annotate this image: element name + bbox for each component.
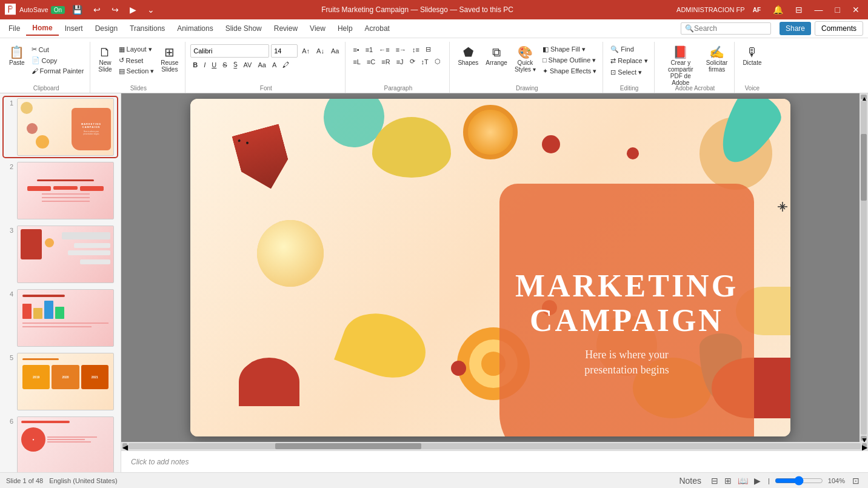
tab-review[interactable]: Review [268, 22, 304, 35]
undo-button[interactable]: ↩ [90, 4, 104, 16]
copy-button[interactable]: 📄 Copy [29, 55, 87, 65]
vertical-scrollbar[interactable]: ▲ ▼ [860, 93, 868, 442]
find-button[interactable]: 🔍 Find [608, 44, 636, 55]
italic-button[interactable]: I [201, 60, 208, 70]
paste-button[interactable]: 📋 Paste [6, 44, 28, 68]
clear-format-button[interactable]: Aa [329, 46, 341, 56]
reset-button[interactable]: ↺ Reset [116, 55, 157, 65]
align-center-button[interactable]: ≡C [364, 56, 378, 67]
new-slide-button[interactable]: 🗋 NewSlide [95, 44, 115, 75]
user-avatar[interactable]: AF [750, 2, 764, 17]
zoom-slider[interactable] [775, 476, 823, 486]
tab-file[interactable]: File [2, 22, 26, 35]
customize-quick-access[interactable]: ⌄ [144, 4, 158, 16]
shadow-button[interactable]: S̲ [231, 59, 240, 70]
notification-button[interactable]: 🔔 [769, 4, 787, 16]
tab-acrobat[interactable]: Acrobat [359, 22, 396, 35]
tab-design[interactable]: Design [89, 22, 124, 35]
minimize-button[interactable]: — [811, 4, 827, 16]
tab-insert[interactable]: Insert [59, 22, 89, 35]
arrange-button[interactable]: ⧉ Arrange [482, 44, 510, 68]
maximize-button[interactable]: □ [832, 4, 844, 16]
tab-animations[interactable]: Animations [171, 22, 219, 35]
decrease-indent-button[interactable]: ←≡ [376, 44, 392, 55]
slide-thumbnail-2[interactable]: 2 [4, 161, 117, 221]
font-name-input[interactable] [190, 44, 269, 58]
line-spacing-button[interactable]: ↕≡ [410, 44, 422, 55]
format-painter-button[interactable]: 🖌 Format Painter [29, 66, 87, 76]
slide-thumbnail-4[interactable]: 4 [4, 288, 117, 348]
align-right-button[interactable]: ≡R [379, 56, 392, 67]
search-box[interactable]: 🔍 [681, 22, 771, 35]
bullets-button[interactable]: ≡• [350, 44, 361, 55]
font-color-button[interactable]: A [270, 60, 279, 70]
hscroll-right-arrow[interactable]: ▶ [862, 443, 867, 449]
tab-help[interactable]: Help [332, 22, 359, 35]
tab-slideshow[interactable]: Slide Show [219, 22, 268, 35]
canvas-scroll[interactable]: MARKETING CAMPAIGN Here is where yourpre… [121, 93, 860, 442]
change-case-button[interactable]: Aa [255, 60, 268, 70]
hscroll-left-arrow[interactable]: ◀ [122, 443, 127, 449]
slide-thumbnail-3[interactable]: 3 [4, 224, 117, 284]
comments-button[interactable]: Comments [815, 21, 863, 36]
font-size-input[interactable] [271, 44, 298, 58]
shape-fill-button[interactable]: ◧ Shape Fill ▾ [540, 44, 599, 55]
hscroll-track[interactable] [129, 443, 861, 449]
columns-button[interactable]: ⊟ [423, 44, 433, 55]
redo-button[interactable]: ↪ [108, 4, 122, 16]
hscroll-thumb[interactable] [275, 443, 422, 449]
shape-outline-button[interactable]: □ Shape Outline ▾ [540, 55, 599, 65]
smartart-button[interactable]: ⬡ [432, 56, 443, 67]
shape-effects-button[interactable]: ✦ Shape Effects ▾ [540, 66, 599, 76]
align-text-button[interactable]: ↕T [419, 56, 431, 67]
reading-view-button[interactable]: 📖 [735, 475, 750, 486]
replace-button[interactable]: ⇄ Replace ▾ [608, 56, 650, 66]
scroll-up-arrow[interactable]: ▲ [861, 95, 867, 99]
close-button[interactable]: ✕ [849, 4, 863, 16]
horizontal-scrollbar[interactable]: ◀ ▶ [121, 442, 868, 450]
slide-panel[interactable]: 1 MARKETINGCAMPAIGN Here is where yourpr… [0, 93, 121, 472]
select-button[interactable]: ⊡ Select ▾ [608, 67, 644, 78]
slide-sorter-button[interactable]: ⊞ [722, 475, 734, 486]
slide-thumbnail-5[interactable]: 5 2019 2020 2021 [4, 352, 117, 412]
tab-view[interactable]: View [304, 22, 332, 35]
scroll-down-arrow[interactable]: ▼ [861, 436, 867, 441]
slide-title-box[interactable]: MARKETING CAMPAIGN Here is where yourpre… [499, 184, 754, 436]
increase-font-button[interactable]: A↑ [299, 46, 312, 56]
numbering-button[interactable]: ≡1 [363, 44, 376, 55]
ribbon-display-options[interactable]: ⊟ [792, 4, 806, 16]
save-button[interactable]: 💾 [68, 4, 86, 16]
justify-button[interactable]: ≡J [394, 56, 406, 67]
present-button[interactable]: ▶ [126, 4, 140, 16]
increase-indent-button[interactable]: ≡→ [393, 44, 409, 55]
dictate-button[interactable]: 🎙 Dictate [739, 44, 764, 68]
share-button[interactable]: Share [780, 22, 811, 35]
slide-show-view-button[interactable]: ▶ [752, 475, 763, 486]
bold-button[interactable]: B [190, 60, 200, 70]
search-input[interactable] [694, 24, 767, 33]
section-button[interactable]: ▤ Section ▾ [116, 66, 157, 76]
scroll-track[interactable] [861, 101, 867, 435]
notes-toggle-button[interactable]: Notes [676, 475, 704, 486]
normal-view-button[interactable]: ⊟ [709, 475, 721, 486]
decrease-font-button[interactable]: A↓ [314, 46, 327, 56]
reuse-slides-button[interactable]: ⊞ ReuseSlides [158, 44, 181, 75]
shapes-button[interactable]: ⬟ Shapes [455, 44, 481, 68]
slide-thumbnail-6[interactable]: 6 ♥ [4, 415, 117, 472]
slide-thumbnail-1[interactable]: 1 MARKETINGCAMPAIGN Here is where yourpr… [4, 97, 117, 157]
notes-bar[interactable]: Click to add notes [121, 450, 868, 472]
slide-canvas[interactable]: MARKETING CAMPAIGN Here is where yourpre… [190, 99, 790, 436]
char-spacing-button[interactable]: AV [241, 60, 255, 70]
request-signatures-button[interactable]: ✍ Solicitarfirmas [703, 44, 731, 75]
scroll-thumb[interactable] [861, 134, 867, 201]
layout-button[interactable]: ▦ Layout ▾ [116, 44, 157, 55]
quick-styles-button[interactable]: 🎨 QuickStyles ▾ [512, 44, 539, 75]
highlight-button[interactable]: 🖍 [280, 60, 292, 70]
align-left-button[interactable]: ≡L [350, 56, 363, 67]
underline-button[interactable]: U [209, 60, 219, 70]
tab-home[interactable]: Home [26, 21, 58, 36]
cut-button[interactable]: ✂ Cut [29, 44, 87, 55]
text-direction-button[interactable]: ⟳ [407, 56, 418, 67]
create-pdf-button[interactable]: 📕 Crear y compartir PDF de Adobe [659, 44, 702, 88]
tab-transitions[interactable]: Transitions [124, 22, 171, 35]
